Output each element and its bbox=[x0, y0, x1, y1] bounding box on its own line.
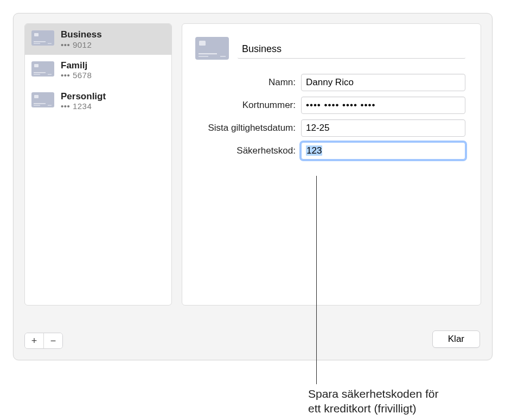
field-row-cvc: Säkerhetskod: 123 bbox=[195, 142, 465, 160]
cardholder-name-input[interactable] bbox=[301, 74, 465, 91]
credit-card-icon bbox=[31, 61, 54, 79]
credit-card-icon bbox=[31, 92, 54, 110]
card-list-item-text: Familj ••• 5678 bbox=[61, 60, 92, 80]
card-last4: ••• 1234 bbox=[61, 101, 106, 111]
svg-rect-9 bbox=[48, 74, 52, 75]
card-list: Business ••• 9012 Familj ••• 567 bbox=[24, 23, 172, 306]
svg-rect-17 bbox=[199, 53, 217, 54]
card-list-item-text: Business ••• 9012 bbox=[61, 29, 102, 49]
card-last4: ••• 5678 bbox=[61, 71, 92, 80]
svg-rect-4 bbox=[48, 43, 52, 44]
field-label-expiry: Sista giltighetsdatum: bbox=[195, 123, 301, 133]
callout-line1: Spara säkerhetskoden för bbox=[308, 387, 438, 400]
done-button[interactable]: Klar bbox=[432, 330, 480, 348]
svg-rect-8 bbox=[34, 74, 40, 75]
card-title: Personligt bbox=[61, 91, 106, 102]
svg-rect-19 bbox=[220, 56, 226, 57]
svg-rect-14 bbox=[48, 105, 52, 105]
svg-rect-13 bbox=[34, 105, 40, 105]
svg-rect-12 bbox=[34, 103, 46, 104]
security-code-input[interactable]: 123 bbox=[301, 142, 465, 160]
credit-card-icon bbox=[31, 30, 54, 48]
credit-card-settings-window: Business ••• 9012 Familj ••• 567 bbox=[13, 13, 493, 360]
field-label-cvc: Säkerhetskod: bbox=[195, 145, 301, 156]
minus-icon: − bbox=[50, 336, 56, 346]
card-last4: ••• 9012 bbox=[61, 40, 102, 49]
svg-rect-7 bbox=[34, 72, 46, 73]
callout-line bbox=[316, 176, 317, 384]
list-controls: + − bbox=[24, 333, 63, 349]
svg-rect-3 bbox=[34, 43, 40, 44]
card-number-input[interactable] bbox=[301, 97, 465, 114]
card-title: Business bbox=[61, 29, 102, 40]
field-row-expiry: Sista giltighetsdatum: bbox=[195, 119, 465, 137]
field-row-number: Kortnummer: bbox=[195, 97, 465, 114]
card-detail-panel: Namn: Kortnummer: Sista giltighetsdatum:… bbox=[182, 23, 481, 306]
content-row: Business ••• 9012 Familj ••• 567 bbox=[24, 23, 481, 306]
plus-icon: + bbox=[31, 336, 37, 346]
field-row-name: Namn: bbox=[195, 74, 465, 91]
svg-rect-16 bbox=[199, 41, 206, 46]
security-code-value: 123 bbox=[306, 145, 322, 156]
remove-card-button[interactable]: − bbox=[44, 333, 62, 348]
svg-rect-2 bbox=[34, 41, 46, 42]
svg-rect-1 bbox=[34, 33, 39, 36]
field-label-name: Namn: bbox=[195, 77, 301, 88]
svg-rect-6 bbox=[34, 64, 39, 67]
callout-text: Spara säkerhetskoden för ett kreditkort … bbox=[308, 386, 438, 416]
callout-line2: ett kreditkort (frivilligt) bbox=[308, 402, 417, 415]
card-list-item-business[interactable]: Business ••• 9012 bbox=[25, 24, 171, 55]
svg-rect-18 bbox=[199, 56, 208, 57]
field-label-number: Kortnummer: bbox=[195, 100, 301, 111]
card-nickname-input[interactable] bbox=[238, 40, 465, 59]
credit-card-icon bbox=[195, 37, 229, 62]
add-card-button[interactable]: + bbox=[25, 333, 43, 348]
card-list-item-familj[interactable]: Familj ••• 5678 bbox=[25, 55, 171, 86]
detail-header bbox=[195, 37, 465, 62]
card-list-item-personligt[interactable]: Personligt ••• 1234 bbox=[25, 86, 171, 117]
card-list-item-text: Personligt ••• 1234 bbox=[61, 91, 106, 111]
add-remove-group: + − bbox=[24, 333, 63, 349]
expiry-input[interactable] bbox=[301, 119, 465, 137]
card-title: Familj bbox=[61, 60, 92, 71]
svg-rect-11 bbox=[34, 95, 39, 98]
